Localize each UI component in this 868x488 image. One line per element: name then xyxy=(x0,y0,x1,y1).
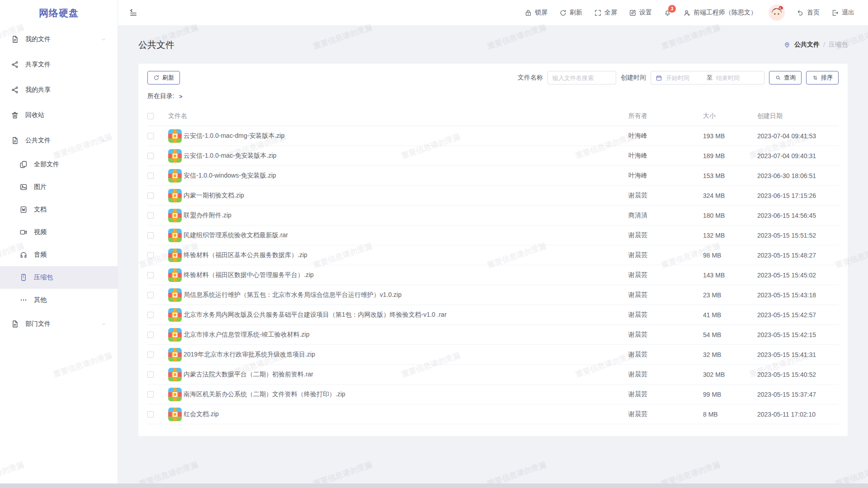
refresh-button[interactable]: 刷新 xyxy=(147,71,180,84)
table-row[interactable]: 红会文档.zip谢晨芸8 MB2023-05-11 17:02:10 xyxy=(147,404,839,424)
user-avatar[interactable] xyxy=(769,5,785,21)
topbar-action-notifications[interactable]: 3 xyxy=(664,9,671,17)
row-checkbox[interactable] xyxy=(147,133,154,139)
video-icon xyxy=(19,228,28,236)
query-button[interactable]: 查询 xyxy=(769,71,802,84)
topbar-action-profile[interactable]: 前端工程师（陈思文） xyxy=(683,9,757,17)
file-name[interactable]: 云安信-1.0.0-mac-dmg-安装版本.zip xyxy=(184,132,628,140)
sidebar-item-label: 公共文件 xyxy=(25,136,51,145)
directory-root-arrow[interactable]: > xyxy=(179,93,183,100)
row-checkbox[interactable] xyxy=(147,232,154,239)
file-name[interactable]: 北京市排水户信息管理系统-竣工验收材料.zip xyxy=(184,331,628,339)
horizontal-scrollbar[interactable] xyxy=(0,483,868,488)
row-checkbox[interactable] xyxy=(147,192,154,199)
row-checkbox[interactable] xyxy=(147,391,154,398)
file-icon-cell xyxy=(168,308,184,322)
sidebar-item-dept-files[interactable]: 部门文件 xyxy=(0,311,118,337)
sidebar-item-images[interactable]: 图片 xyxy=(0,176,118,198)
archive-file-icon xyxy=(168,288,182,302)
sort-button-label: 排序 xyxy=(821,74,833,82)
table-row[interactable]: 北京市排水户信息管理系统-竣工验收材料.zip谢晨芸54 MB2023-05-1… xyxy=(147,325,839,345)
topbar-action-refresh[interactable]: 刷新 xyxy=(559,9,582,17)
file-name[interactable]: 2019年北京市水行政审批系统升级改造项目.zip xyxy=(184,351,628,359)
file-owner: 谢晨芸 xyxy=(628,311,703,319)
row-checkbox[interactable] xyxy=(147,272,154,278)
sidebar-item-documents[interactable]: 文档 xyxy=(0,198,118,221)
topbar-action-fullscreen[interactable]: 全屏 xyxy=(594,9,617,17)
topbar-action-settings[interactable]: 设置 xyxy=(629,9,652,17)
file-name[interactable]: 终验材料（福田区数据中心管理服务平台）.zip xyxy=(184,271,628,279)
sidebar-item-recycle-bin[interactable]: 回收站 xyxy=(0,103,118,128)
file-name[interactable]: 红会文档.zip xyxy=(184,410,628,418)
sidebar-item-shared-files[interactable]: 共享文件 xyxy=(0,52,118,77)
file-date: 2023-07-04 09:41:53 xyxy=(757,132,839,140)
table-row[interactable]: 联盟办件附件.zip商清清180 MB2023-06-15 14:56:45 xyxy=(147,206,839,225)
sidebar-item-my-files[interactable]: 我的文件 xyxy=(0,27,118,52)
row-checkbox-cell xyxy=(147,252,168,258)
file-size: 132 MB xyxy=(703,232,757,239)
row-checkbox[interactable] xyxy=(147,153,154,159)
sidebar-item-archives[interactable]: 压缩包 xyxy=(0,266,118,289)
table-row[interactable]: 云安信-1.0.0-mac-dmg-安装版本.zip叶海峰193 MB2023-… xyxy=(147,126,839,146)
file-name[interactable]: 南海区机关新办公系统（二期）文件资料（终验打印）.zip xyxy=(184,390,628,399)
table-row[interactable]: 北京市水务局内网改版及公共服务基础平台建设项目（第1包：内网改版）终验验文档-v… xyxy=(147,305,839,325)
file-name[interactable]: 民建组织管理系统验收文档最新版.rar xyxy=(184,231,628,239)
table-row[interactable]: 内蒙一期初验文档.zip谢晨芸324 MB2023-06-15 17:15:26 xyxy=(147,186,839,206)
file-name[interactable]: 终验材料（福田区基本公共服务数据库）.zip xyxy=(184,251,628,259)
table-row[interactable]: 内蒙古法院大数据平台（二期）初验前资料.rar谢晨芸302 MB2023-05-… xyxy=(147,365,839,385)
sidebar-item-my-shares[interactable]: 我的共享 xyxy=(0,77,118,103)
table-row[interactable]: 南海区机关新办公系统（二期）文件资料（终验打印）.zip谢晨芸99 MB2023… xyxy=(147,385,839,404)
sidebar-item-audios[interactable]: 音频 xyxy=(0,244,118,266)
archive-file-icon xyxy=(168,268,182,282)
file-name[interactable]: 安信-1.0.0-windows-免安装版.zip xyxy=(184,172,628,180)
file-name[interactable]: 北京市水务局内网改版及公共服务基础平台建设项目（第1包：内网改版）终验验文档-v… xyxy=(184,311,628,319)
table-row[interactable]: 终验材料（福田区数据中心管理服务平台）.zip谢晨芸143 MB2023-05-… xyxy=(147,265,839,285)
file-name[interactable]: 云安信-1.0.0-mac-免安装版本.zip xyxy=(184,152,628,160)
ellipsis-icon xyxy=(19,296,28,304)
table-row[interactable]: 安信-1.0.0-windows-免安装版.zip叶海峰153 MB2023-0… xyxy=(147,166,839,186)
file-name[interactable]: 局信息系统运行维护（第五包：北京市水务局综合信息平台运行维护）v1.0.zip xyxy=(184,291,628,299)
row-checkbox[interactable] xyxy=(147,252,154,258)
file-owner: 商清清 xyxy=(628,211,703,220)
row-checkbox[interactable] xyxy=(147,212,154,219)
file-table: 文件名 所有者 大小 创建日期 云安信-1.0.0-mac-dmg-安装版本.z… xyxy=(147,106,839,424)
row-checkbox[interactable] xyxy=(147,411,154,418)
file-name[interactable]: 联盟办件附件.zip xyxy=(184,211,628,220)
sidebar-item-public-files[interactable]: 公共文件 xyxy=(0,128,118,153)
topbar-action-home[interactable]: 首页 xyxy=(797,9,820,17)
file-name[interactable]: 内蒙古法院大数据平台（二期）初验前资料.rar xyxy=(184,371,628,379)
collapse-sidebar-icon[interactable] xyxy=(129,8,138,17)
row-checkbox[interactable] xyxy=(147,292,154,298)
breadcrumb-item-public-files[interactable]: 公共文件 xyxy=(794,41,820,49)
sidebar-item-others[interactable]: 其他 xyxy=(0,289,118,311)
select-all-checkbox[interactable] xyxy=(147,113,154,119)
end-date-input[interactable] xyxy=(716,75,753,81)
table-row[interactable]: 2019年北京市水行政审批系统升级改造项目.zip谢晨芸32 MB2023-05… xyxy=(147,345,839,365)
topbar-action-logout[interactable]: 退出 xyxy=(831,9,854,17)
location-pin-icon xyxy=(783,41,791,48)
file-list-card: 刷新 文件名称 创建时间 至 查询 xyxy=(138,64,848,436)
sidebar-item-label: 压缩包 xyxy=(34,273,53,282)
sidebar-item-label: 音频 xyxy=(34,251,47,259)
row-checkbox[interactable] xyxy=(147,371,154,378)
row-checkbox[interactable] xyxy=(147,173,154,179)
topbar-action-avatar[interactable] xyxy=(769,5,785,21)
row-checkbox[interactable] xyxy=(147,332,154,338)
date-range-picker[interactable]: 至 xyxy=(651,71,764,84)
start-date-input[interactable] xyxy=(666,75,703,81)
table-row[interactable]: 民建组织管理系统验收文档最新版.rar谢晨芸132 MB2023-05-15 1… xyxy=(147,225,839,245)
row-checkbox[interactable] xyxy=(147,352,154,358)
topbar-action-lock-screen[interactable]: 锁屏 xyxy=(524,9,547,17)
row-checkbox[interactable] xyxy=(147,312,154,318)
table-row[interactable]: 云安信-1.0.0-mac-免安装版本.zip叶海峰189 MB2023-07-… xyxy=(147,146,839,166)
settings-icon xyxy=(629,9,637,17)
sort-button[interactable]: 排序 xyxy=(806,71,839,84)
image-icon xyxy=(19,183,28,191)
table-row[interactable]: 局信息系统运行维护（第五包：北京市水务局综合信息平台运行维护）v1.0.zip谢… xyxy=(147,285,839,305)
table-row[interactable]: 终验材料（福田区基本公共服务数据库）.zip谢晨芸98 MB2023-05-15… xyxy=(147,245,839,265)
file-name[interactable]: 内蒙一期初验文档.zip xyxy=(184,192,628,200)
sidebar-item-videos[interactable]: 视频 xyxy=(0,221,118,244)
sidebar-item-all-files[interactable]: 全部文件 xyxy=(0,153,118,176)
file-icon xyxy=(11,136,19,145)
filename-input[interactable] xyxy=(547,71,616,84)
